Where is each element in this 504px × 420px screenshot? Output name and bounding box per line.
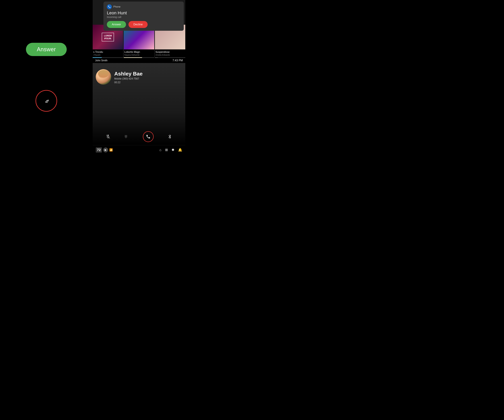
answer-button-large[interactable]: Answer <box>26 43 66 56</box>
notification-answer-button[interactable]: Answer <box>107 21 126 28</box>
card-subtitle-3: Amelia Edwards <box>156 54 185 56</box>
notification-app-name: Phone <box>113 6 120 8</box>
call-controls <box>96 128 182 145</box>
bell-icon[interactable]: 🔔 <box>178 148 182 152</box>
card-info-3: Suspendisse Amelia Edwards <box>155 49 185 57</box>
card-info-2: Lobortis Magn Nayara Defuente <box>124 49 154 57</box>
caller-name: Ashley Bae <box>114 71 143 77</box>
now-playing-header: John Smith 7:43 PM <box>93 58 185 63</box>
system-bar-left: 72 ▶ 📶 <box>96 147 113 153</box>
caller-info: Ashley Bae Mobile (360) 624-7567 00:22 <box>96 69 182 85</box>
phone-app-icon <box>107 4 112 9</box>
notification-caller-name: Leon Hunt <box>107 11 180 15</box>
notification-status: Incoming call <box>107 16 180 18</box>
bluetooth-button[interactable] <box>167 134 172 139</box>
right-panel: Phone Leon Hunt Incoming call Answer Dec… <box>93 0 185 154</box>
card-title-1: s Tincidu <box>93 51 122 54</box>
mute-button[interactable] <box>106 134 111 139</box>
end-call-circle-button[interactable] <box>36 90 57 112</box>
signal-icon: 📶 <box>109 148 113 152</box>
caller-avatar <box>96 69 111 85</box>
left-panel: Answer .end-call-circle svg { display:no… <box>0 0 93 154</box>
system-bar-right: ⌂ ⊞ ✺ 🔔 <box>159 148 182 152</box>
grid-icon[interactable]: ⊞ <box>165 148 168 152</box>
notification-decline-button[interactable]: Decline <box>128 21 148 28</box>
card-title-3: Suspendisse <box>156 51 185 54</box>
end-call-button-small[interactable] <box>143 131 154 142</box>
system-bar: 72 ▶ 📶 ⌂ ⊞ ✺ 🔔 <box>93 145 185 154</box>
lorem-ipsum-text: LOREMIPSUM. <box>102 33 114 41</box>
active-call-area: Ashley Bae Mobile (360) 624-7567 00:22 <box>93 63 185 145</box>
notification-actions: Answer Decline <box>107 21 180 28</box>
notification-header: Phone <box>107 4 180 9</box>
caller-details: Ashley Bae Mobile (360) 624-7567 00:22 <box>114 69 143 84</box>
fan-icon[interactable]: ✺ <box>172 148 174 152</box>
now-playing-artist: John Smith <box>95 59 108 62</box>
notification-popup: Phone Leon Hunt Incoming call Answer Dec… <box>103 1 184 31</box>
keypad-button[interactable] <box>124 134 129 139</box>
card-info-1: s Tincidu i Ryushi <box>93 49 123 57</box>
caller-number: Mobile (360) 624-7567 <box>114 77 143 80</box>
temperature-badge: 72 <box>96 147 102 153</box>
card-subtitle-1: i Ryushi <box>93 54 122 56</box>
card-subtitle-2: Nayara Defuente <box>124 54 154 56</box>
call-duration: 00:22 <box>114 81 143 84</box>
end-call-icon <box>41 96 52 106</box>
home-icon[interactable]: ⌂ <box>159 148 161 152</box>
card-title-2: Lobortis Magn <box>124 51 154 54</box>
arrow-button[interactable]: ▶ <box>103 147 108 152</box>
now-playing-time: 7:43 PM <box>173 59 183 62</box>
